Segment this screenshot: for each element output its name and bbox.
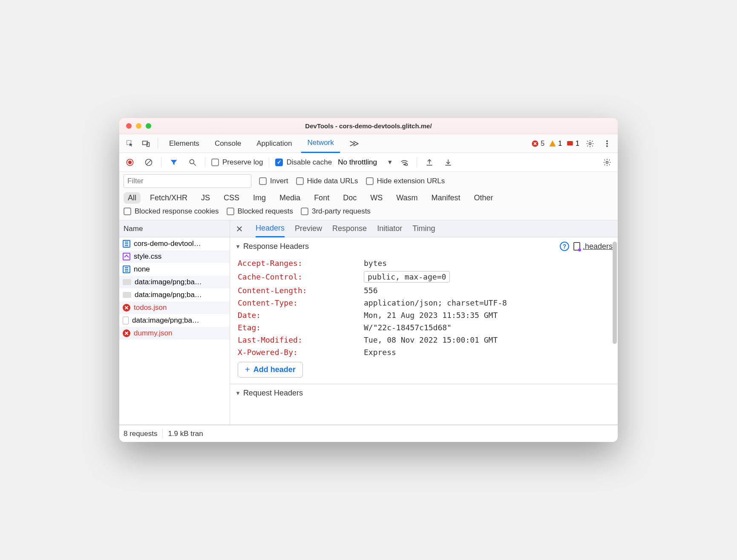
tab-network[interactable]: Network xyxy=(301,134,340,153)
svg-line-14 xyxy=(194,163,196,165)
svg-point-15 xyxy=(404,164,405,165)
detail-tab-initiator[interactable]: Initiator xyxy=(377,220,402,237)
network-toolbar: Preserve log Disable cache No throttling… xyxy=(119,153,618,172)
header-value: W/"22c-18457c15d68" xyxy=(364,323,452,332)
inspect-icon[interactable] xyxy=(124,137,136,150)
svg-rect-4 xyxy=(567,141,573,146)
detail-tab-preview[interactable]: Preview xyxy=(295,220,322,237)
tab-console[interactable]: Console xyxy=(209,134,247,153)
minimize-window-button[interactable] xyxy=(136,123,141,129)
request-detail-pane: HeadersPreviewResponseInitiatorTiming ▼ … xyxy=(230,220,618,424)
type-filter-ws[interactable]: WS xyxy=(366,192,387,204)
file-icon xyxy=(123,317,129,324)
disable-cache-toggle[interactable]: Disable cache xyxy=(275,158,332,167)
header-row: X-Powered-By:Express xyxy=(238,346,613,358)
request-row[interactable]: style.css xyxy=(119,250,230,263)
name-column-header[interactable]: Name xyxy=(119,220,230,237)
hide-extension-urls-toggle[interactable]: Hide extension URLs xyxy=(366,177,445,185)
type-filter-js[interactable]: JS xyxy=(197,192,214,204)
headers-file-link[interactable]: .headers xyxy=(573,242,613,251)
blocked-requests-toggle[interactable]: Blocked requests xyxy=(227,207,293,216)
type-filter-other[interactable]: Other xyxy=(470,192,498,204)
request-row[interactable]: data:image/png;ba… xyxy=(119,289,230,301)
tab-elements[interactable]: Elements xyxy=(163,134,205,153)
preserve-log-toggle[interactable]: Preserve log xyxy=(211,158,263,167)
error-badge[interactable]: 5 xyxy=(531,140,544,147)
help-icon[interactable]: ? xyxy=(560,242,569,251)
device-toolbar-icon[interactable] xyxy=(140,137,153,150)
header-value[interactable]: public, max-age=0 xyxy=(364,271,450,283)
detail-tab-response[interactable]: Response xyxy=(332,220,367,237)
response-headers-label: Response Headers xyxy=(243,242,309,251)
request-row[interactable]: data:image/png;ba… xyxy=(119,314,230,327)
type-filter-fetchxhr[interactable]: Fetch/XHR xyxy=(146,192,192,204)
type-filter-all[interactable]: All xyxy=(124,192,141,204)
third-party-toggle[interactable]: 3rd-party requests xyxy=(301,207,371,216)
tab-application[interactable]: Application xyxy=(250,134,298,153)
detail-tab-timing[interactable]: Timing xyxy=(412,220,435,237)
filter-input[interactable] xyxy=(124,174,251,188)
svg-line-12 xyxy=(147,160,151,165)
issue-count: 1 xyxy=(576,140,579,147)
zoom-window-button[interactable] xyxy=(146,123,151,129)
file-icon xyxy=(573,242,580,251)
type-filter-wasm[interactable]: Wasm xyxy=(392,192,422,204)
throttling-select[interactable]: No throttling ▾ xyxy=(338,158,392,167)
svg-point-6 xyxy=(606,140,607,141)
invert-label: Invert xyxy=(270,177,288,185)
request-row[interactable]: cors-demo-devtool… xyxy=(119,237,230,250)
resource-type-filters: AllFetch/XHRJSCSSImgMediaFontDocWSWasmMa… xyxy=(119,191,618,207)
network-conditions-icon[interactable] xyxy=(398,156,411,169)
request-row[interactable]: none xyxy=(119,263,230,276)
filter-icon[interactable] xyxy=(167,156,180,169)
transfer-size: 1.9 kB tran xyxy=(168,430,203,438)
request-list: cors-demo-devtool…style.cssnonedata:imag… xyxy=(119,237,230,424)
more-tabs-button[interactable]: ≫ xyxy=(343,134,365,153)
doc-icon xyxy=(123,240,130,248)
type-filter-img[interactable]: Img xyxy=(249,192,270,204)
request-row[interactable]: data:image/png;ba… xyxy=(119,276,230,289)
detail-body: ▼ Response Headers ? .headers Accept-Ran… xyxy=(230,237,618,424)
main-tabs: Elements Console Application Network ≫ 5… xyxy=(119,134,618,153)
extra-filters: Blocked response cookies Blocked request… xyxy=(119,207,618,220)
request-headers-section[interactable]: ▼ Request Headers xyxy=(230,384,618,402)
css-icon xyxy=(123,253,130,260)
invert-toggle[interactable]: Invert xyxy=(259,177,288,185)
svg-point-13 xyxy=(190,159,194,164)
response-headers-section[interactable]: ▼ Response Headers ? .headers xyxy=(230,237,618,255)
header-name: Date: xyxy=(238,311,361,320)
header-name: Last-Modified: xyxy=(238,335,361,344)
add-header-button[interactable]: +Add header xyxy=(238,362,303,378)
close-icon[interactable] xyxy=(233,223,245,235)
upload-har-icon[interactable] xyxy=(423,156,436,169)
clear-button[interactable] xyxy=(142,156,155,169)
header-row: Content-Length:556 xyxy=(238,284,613,297)
detail-tab-headers[interactable]: Headers xyxy=(256,220,285,237)
type-filter-media[interactable]: Media xyxy=(275,192,305,204)
download-har-icon[interactable] xyxy=(442,156,455,169)
type-filter-doc[interactable]: Doc xyxy=(339,192,361,204)
settings-icon[interactable] xyxy=(584,137,596,150)
response-headers-list: Accept-Ranges:bytesCache-Control:public,… xyxy=(230,255,618,384)
search-icon[interactable] xyxy=(186,156,199,169)
more-icon[interactable] xyxy=(601,137,613,150)
issue-badge[interactable]: 1 xyxy=(566,140,579,147)
type-filter-css[interactable]: CSS xyxy=(219,192,244,204)
warning-count: 1 xyxy=(558,140,562,147)
header-name: X-Powered-By: xyxy=(238,348,361,357)
close-window-button[interactable] xyxy=(126,123,132,129)
hide-data-urls-toggle[interactable]: Hide data URLs xyxy=(296,177,358,185)
type-filter-font[interactable]: Font xyxy=(310,192,334,204)
chevron-down-icon: ▾ xyxy=(388,158,392,167)
network-settings-icon[interactable] xyxy=(601,156,613,169)
record-button[interactable] xyxy=(124,156,136,169)
type-filter-manifest[interactable]: Manifest xyxy=(427,192,465,204)
warning-badge[interactable]: 1 xyxy=(549,140,562,147)
header-value: Express xyxy=(364,348,396,357)
blocked-cookies-toggle[interactable]: Blocked response cookies xyxy=(124,207,219,216)
scrollbar-thumb[interactable] xyxy=(613,242,617,344)
request-row[interactable]: dummy.json xyxy=(119,327,230,340)
request-row[interactable]: todos.json xyxy=(119,301,230,314)
header-row: Date:Mon, 21 Aug 2023 11:53:35 GMT xyxy=(238,309,613,321)
request-name: none xyxy=(134,265,150,274)
